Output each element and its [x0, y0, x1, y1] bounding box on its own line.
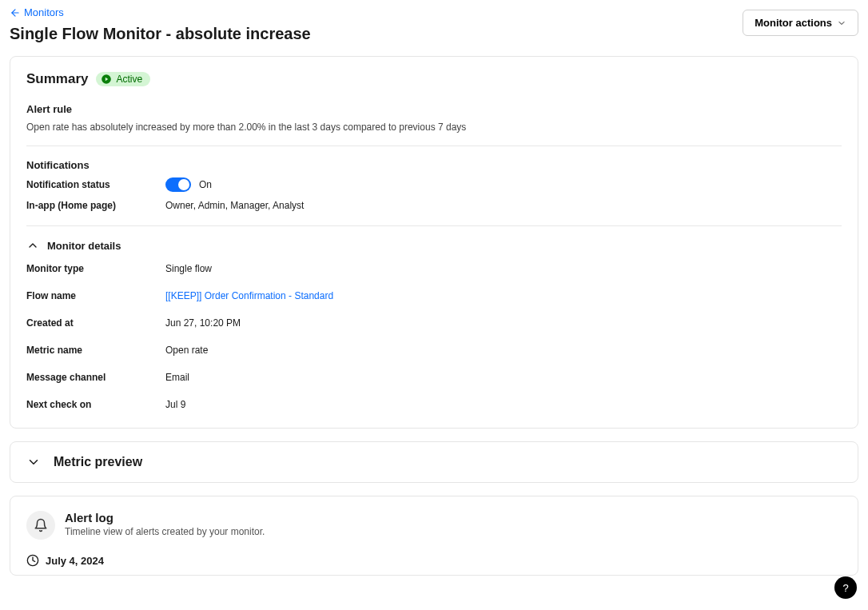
created-at-value: Jun 27, 10:20 PM: [165, 317, 241, 329]
bell-icon: [34, 518, 48, 532]
status-badge-label: Active: [116, 74, 142, 85]
message-channel-label: Message channel: [26, 372, 165, 383]
metric-name-label: Metric name: [26, 345, 165, 356]
summary-title: Summary: [26, 71, 88, 87]
status-badge: Active: [96, 72, 150, 86]
page-title: Single Flow Monitor - absolute increase: [10, 25, 311, 43]
notification-status-label: Notification status: [26, 179, 165, 190]
breadcrumb-label: Monitors: [24, 6, 64, 18]
chevron-down-icon: [837, 18, 846, 28]
clock-icon: [26, 554, 39, 567]
help-button[interactable]: ?: [834, 576, 857, 588]
monitor-actions-label: Monitor actions: [755, 17, 832, 29]
next-check-value: Jul 9: [165, 399, 185, 410]
alert-log-card: Alert log Timeline view of alerts create…: [10, 496, 858, 576]
inapp-value: Owner, Admin, Manager, Analyst: [165, 200, 304, 211]
notification-status-toggle[interactable]: [165, 177, 191, 192]
flow-name-label: Flow name: [26, 290, 165, 301]
created-at-label: Created at: [26, 317, 165, 329]
divider: [26, 146, 842, 146]
metric-preview-title: Metric preview: [54, 455, 142, 469]
monitor-details-toggle[interactable]: Monitor details: [26, 239, 842, 252]
alert-log-date: July 4, 2024: [46, 555, 104, 567]
inapp-label: In-app (Home page): [26, 200, 165, 211]
metric-preview-card: Metric preview: [10, 441, 858, 483]
alert-log-title: Alert log: [65, 511, 265, 524]
monitor-details-title: Monitor details: [47, 240, 121, 252]
help-label: ?: [842, 582, 848, 589]
arrow-left-icon: [10, 7, 21, 18]
monitor-type-value: Single flow: [165, 263, 212, 274]
metric-preview-toggle[interactable]: Metric preview: [26, 455, 842, 469]
flow-name-link[interactable]: [[KEEP]] Order Confirmation - Standard: [165, 290, 333, 301]
next-check-label: Next check on: [26, 399, 165, 410]
alert-rule-text: Open rate has absolutely increased by mo…: [26, 122, 842, 133]
chevron-up-icon: [26, 239, 39, 252]
chevron-down-icon: [26, 455, 41, 469]
toggle-knob: [178, 179, 189, 190]
play-circle-icon: [101, 74, 112, 85]
bell-icon-circle: [26, 511, 55, 540]
divider: [26, 225, 842, 226]
metric-name-value: Open rate: [165, 345, 208, 356]
alert-log-subtitle: Timeline view of alerts created by your …: [65, 526, 265, 537]
summary-card: Summary Active Alert rule Open rate has …: [10, 56, 858, 429]
monitor-actions-button[interactable]: Monitor actions: [743, 10, 858, 36]
message-channel-value: Email: [165, 372, 189, 383]
breadcrumb-monitors[interactable]: Monitors: [10, 6, 311, 18]
alert-log-date-row: July 4, 2024: [26, 554, 842, 567]
alert-rule-heading: Alert rule: [26, 103, 842, 115]
notifications-heading: Notifications: [26, 159, 842, 171]
notification-status-value: On: [199, 179, 212, 190]
monitor-type-label: Monitor type: [26, 263, 165, 274]
